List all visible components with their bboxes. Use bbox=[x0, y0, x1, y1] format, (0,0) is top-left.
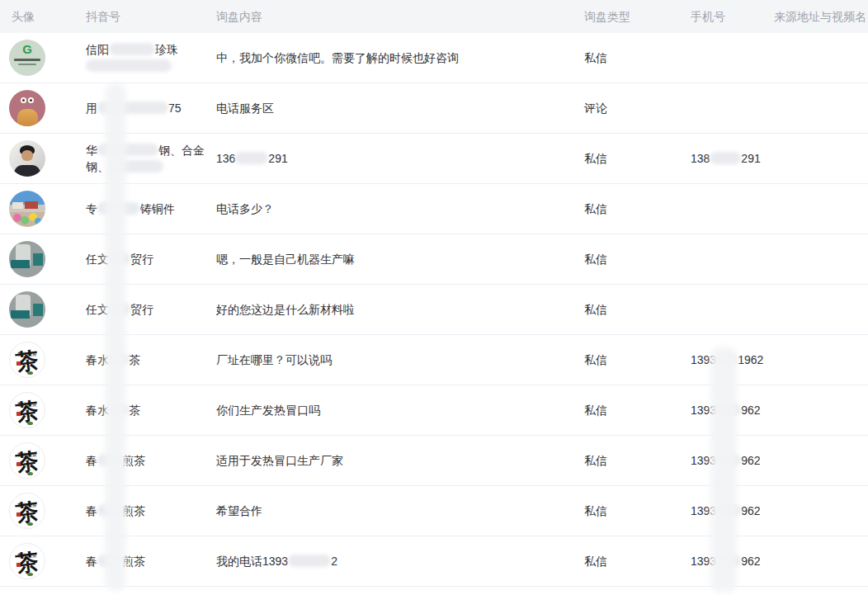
redaction-blur-patch bbox=[97, 102, 168, 114]
inquiry-table: 头像 抖音号 询盘内容 询盘类型 手机号 来源地址与视频名 G信阳珍珠中，我加个… bbox=[0, 0, 868, 595]
table-row: G信阳珍珠中，我加个你微信吧。需要了解的时候也好咨询私信 bbox=[0, 33, 868, 83]
inquiry-content: 电话服务区 bbox=[216, 100, 584, 116]
inquiry-content: 嗯，一般是自己机器生产嘛 bbox=[216, 251, 584, 267]
cell-text: 用 bbox=[86, 102, 97, 115]
cell-text: 茶 bbox=[129, 353, 140, 366]
cell-text: 138 bbox=[691, 152, 710, 165]
table-row: 用75电话服务区评论 bbox=[0, 83, 868, 134]
avatar-art-bod bbox=[17, 109, 38, 126]
column-header-source: 来源地址与视频名 bbox=[774, 8, 868, 25]
cell-text: 1962 bbox=[738, 353, 763, 366]
douyin-id: 春水茶 bbox=[86, 352, 216, 368]
avatar-art-eye bbox=[21, 97, 26, 103]
cell-text: 1393 bbox=[691, 404, 716, 417]
cell-text: 291 bbox=[268, 152, 287, 165]
inquiry-type: 私信 bbox=[584, 402, 691, 418]
redaction-blur-patch bbox=[86, 59, 172, 72]
phone-number: 13931962 bbox=[691, 352, 774, 368]
phone-number: 138291 bbox=[691, 150, 774, 167]
cell-text: 春水 bbox=[86, 353, 109, 366]
redaction-blur-patch bbox=[97, 555, 122, 567]
redaction-blur-patch bbox=[109, 43, 155, 55]
avatar-art-bod bbox=[14, 165, 40, 177]
cell-text: 春 bbox=[86, 454, 97, 467]
cell-text: 好的您这边是什么新材料啦 bbox=[216, 303, 355, 316]
cell-text: 962 bbox=[741, 504, 760, 517]
avatar-art-d2 bbox=[21, 216, 29, 224]
cell-text: 中，我加个你微信吧。需要了解的时候也好咨询 bbox=[216, 51, 459, 64]
avatar-art-face bbox=[21, 150, 33, 161]
avatar-art-bld2 bbox=[12, 202, 23, 209]
inquiry-type: 私信 bbox=[584, 352, 691, 368]
cell-text: 春水 bbox=[86, 404, 109, 417]
table-row: 春水煎茶茶春煎茶我的电话13932私信1393962 bbox=[0, 536, 868, 587]
douyin-id: 华钢、合金钢、 bbox=[86, 142, 216, 175]
avatar-art-t2 bbox=[33, 304, 43, 316]
redaction-blur-patch bbox=[97, 504, 122, 517]
avatar-cell: 春水煎茶茶 bbox=[0, 442, 86, 479]
cell-text: 电话多少？ bbox=[216, 202, 274, 215]
cell-text: 煎茶 bbox=[122, 504, 145, 517]
redaction-blur-patch bbox=[109, 253, 130, 265]
avatar-art-seal bbox=[17, 361, 21, 366]
avatar-art-leaf bbox=[27, 472, 33, 475]
inquiry-content: 中，我加个你微信吧。需要了解的时候也好咨询 bbox=[216, 50, 584, 66]
avatar-art-d4 bbox=[35, 218, 41, 224]
tea-calligraphy-avatar: 春水煎茶茶 bbox=[9, 493, 45, 529]
table-row: 华钢、合金钢、136291私信138291 bbox=[0, 134, 868, 184]
cell-text: 任文 bbox=[86, 253, 109, 266]
cell-text: 铸铜件 bbox=[140, 202, 175, 215]
douyin-id: 春水茶 bbox=[86, 402, 216, 418]
avatar-art-leaf bbox=[27, 422, 33, 425]
inquiry-content: 你们生产发热冒口吗 bbox=[216, 402, 584, 418]
inquiry-content: 电话多少？ bbox=[216, 201, 584, 217]
redaction-blur-patch bbox=[97, 454, 122, 466]
redaction-blur-patch bbox=[235, 152, 268, 164]
redaction-blur-patch bbox=[109, 303, 130, 315]
inquiry-content: 厂址在哪里？可以说吗 bbox=[216, 352, 584, 368]
cell-text: 1393 bbox=[691, 504, 716, 517]
company-logo-green-avatar: G bbox=[9, 40, 45, 76]
avatar-art-mark: G bbox=[22, 43, 32, 56]
inquiry-content: 希望合作 bbox=[216, 503, 584, 519]
avatar-art-l1 bbox=[14, 59, 40, 61]
cell-text: 信阳 bbox=[86, 43, 109, 56]
cell-text: 厂址在哪里？可以说吗 bbox=[216, 353, 332, 366]
redaction-blur-patch bbox=[97, 144, 158, 156]
avatar-cell: 春水煎茶茶 bbox=[0, 493, 86, 529]
cell-text: 电话服务区 bbox=[216, 102, 274, 115]
douyin-id: 春煎茶 bbox=[86, 553, 216, 569]
avatar-art-seal bbox=[17, 462, 21, 466]
cell-text: 1393 bbox=[691, 454, 716, 467]
cell-text: 962 bbox=[741, 555, 760, 568]
inquiry-content: 适用于发热冒口生产厂家 bbox=[216, 452, 584, 469]
phone-number: 1393962 bbox=[691, 503, 774, 519]
column-header-phone: 手机号 bbox=[691, 8, 774, 25]
inquiry-type: 私信 bbox=[584, 503, 691, 519]
cell-text: 煎茶 bbox=[122, 555, 145, 568]
phone-number: 1393962 bbox=[691, 553, 774, 569]
cell-text: 2 bbox=[331, 555, 337, 568]
cell-text: 1393 bbox=[691, 353, 716, 366]
douyin-id: 任文贸行 bbox=[86, 301, 216, 318]
redaction-blur-patch bbox=[710, 152, 741, 164]
avatar-cell bbox=[0, 291, 86, 328]
tea-calligraphy-avatar: 春水煎茶茶 bbox=[9, 392, 45, 428]
inquiry-type: 私信 bbox=[584, 150, 691, 167]
table-body: G信阳珍珠中，我加个你微信吧。需要了解的时候也好咨询私信用75电话服务区评论华钢… bbox=[0, 33, 868, 587]
redaction-blur-patch bbox=[109, 160, 163, 172]
table-row: 任文贸行嗯，一般是自己机器生产嘛私信 bbox=[0, 234, 868, 285]
avatar-art-l2 bbox=[18, 64, 36, 65]
tea-calligraphy-avatar: 春水煎茶茶 bbox=[9, 543, 45, 579]
cell-text: 希望合作 bbox=[216, 504, 262, 517]
avatar-art-leaf bbox=[27, 573, 33, 576]
redaction-blur-patch bbox=[716, 504, 741, 517]
phone-number: 1393962 bbox=[691, 452, 774, 469]
cell-text: 962 bbox=[741, 454, 760, 467]
redaction-blur-patch bbox=[716, 555, 741, 567]
cell-text: 华 bbox=[86, 144, 97, 157]
cell-text: 1393 bbox=[691, 555, 716, 568]
redaction-blur-patch bbox=[288, 555, 331, 567]
cell-text: 136 bbox=[216, 152, 235, 165]
avatar-cell: 春水煎茶茶 bbox=[0, 543, 86, 579]
